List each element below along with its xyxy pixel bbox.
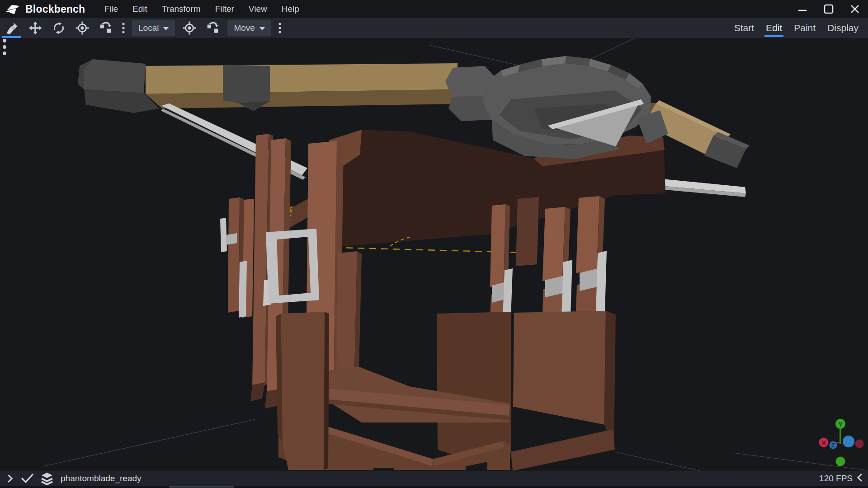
minimize-icon bbox=[797, 3, 808, 15]
tab-edit[interactable]: Edit bbox=[760, 18, 788, 38]
axis-ball-z-pos[interactable] bbox=[843, 436, 854, 447]
transform-mode-label: Move bbox=[234, 23, 255, 33]
tab-display[interactable]: Display bbox=[821, 18, 864, 38]
statusbar: phantomblade_ready 120 FPS bbox=[0, 471, 868, 486]
chevron-down-icon bbox=[163, 27, 169, 30]
rotate-tool-icon bbox=[52, 21, 66, 35]
viewport-canvas[interactable]: X Y Z bbox=[0, 38, 868, 471]
gizmo-z-label: Z bbox=[831, 442, 835, 449]
bottom-scrollbar-thumb[interactable] bbox=[169, 486, 234, 488]
metal-h-bracket bbox=[492, 282, 505, 303]
kebab-icon bbox=[122, 21, 125, 35]
metal-bracket-frame bbox=[266, 229, 319, 304]
chevron-down-icon bbox=[259, 27, 265, 30]
menu-item-filter[interactable]: Filter bbox=[208, 0, 241, 18]
pivot-marker-icon bbox=[182, 21, 197, 35]
tab-start[interactable]: Start bbox=[728, 18, 760, 38]
menu-item-edit[interactable]: Edit bbox=[125, 0, 155, 18]
maximize-button[interactable] bbox=[816, 0, 842, 18]
chevron-right-icon bbox=[9, 475, 12, 482]
menu-item-help[interactable]: Help bbox=[274, 0, 307, 18]
transform-tool-icon bbox=[5, 21, 19, 35]
maximize-icon bbox=[823, 3, 835, 15]
menubar: File Edit Transform Filter View Help bbox=[97, 0, 306, 18]
gizmo-x-label: X bbox=[821, 439, 826, 446]
rotate-tool-button[interactable] bbox=[47, 18, 71, 38]
rotate-around-pivot-button[interactable] bbox=[94, 18, 118, 38]
pivot-marker-button[interactable] bbox=[178, 18, 201, 38]
rotate-around-pivot-icon bbox=[99, 21, 113, 35]
model-name: phantomblade_ready bbox=[61, 474, 142, 483]
transform-mode-select[interactable]: Move bbox=[227, 20, 271, 36]
axis-ball-y-neg[interactable] bbox=[836, 457, 845, 466]
move-tool-icon bbox=[28, 21, 42, 35]
tab-paint[interactable]: Paint bbox=[788, 18, 821, 38]
kebab-icon bbox=[278, 21, 282, 35]
expand-panel-chevron[interactable] bbox=[5, 474, 14, 483]
menu-item-transform[interactable]: Transform bbox=[155, 0, 208, 18]
chevron-left-icon bbox=[858, 474, 861, 481]
menu-item-view[interactable]: View bbox=[241, 0, 274, 18]
rotate-space-pivot-button[interactable] bbox=[201, 18, 225, 38]
rotate-around-pivot-icon bbox=[206, 21, 220, 35]
fps-counter: 120 FPS bbox=[819, 474, 853, 483]
close-icon bbox=[849, 3, 861, 15]
titlebar: Blockbench File Edit Transform Filter Vi… bbox=[0, 0, 868, 18]
rotation-space-label: Local bbox=[138, 23, 159, 33]
axis-gizmo[interactable]: X Y Z bbox=[819, 419, 864, 466]
transform-tool-button[interactable] bbox=[0, 18, 24, 38]
rotation-space-select[interactable]: Local bbox=[132, 20, 175, 36]
app-title: Blockbench bbox=[25, 3, 85, 15]
menu-item-file[interactable]: File bbox=[97, 0, 125, 18]
gizmo-y-label: Y bbox=[838, 420, 843, 428]
minimize-button[interactable] bbox=[789, 0, 816, 18]
close-button[interactable] bbox=[842, 0, 868, 18]
bottom-strip bbox=[0, 486, 868, 488]
pivot-tool-icon bbox=[75, 21, 90, 35]
toolbar-overflow-icon[interactable] bbox=[118, 18, 129, 38]
blockbench-logo-icon bbox=[5, 3, 21, 15]
move-tool-button[interactable] bbox=[24, 18, 47, 38]
window-controls bbox=[789, 0, 868, 18]
outliner-layers-icon[interactable] bbox=[40, 472, 54, 485]
collapse-panel-chevron[interactable] bbox=[855, 473, 864, 484]
mode-tabs: Start Edit Paint Display bbox=[728, 18, 864, 38]
pivot-tool-button[interactable] bbox=[71, 18, 94, 38]
model-base bbox=[276, 311, 616, 471]
toolbar-overflow-icon-2[interactable] bbox=[274, 18, 286, 38]
saved-check-icon bbox=[20, 473, 34, 484]
axis-ball-x-neg[interactable] bbox=[855, 440, 864, 448]
viewport-menu-icon[interactable] bbox=[0, 38, 9, 57]
3d-scene: X Y Z bbox=[0, 38, 868, 471]
